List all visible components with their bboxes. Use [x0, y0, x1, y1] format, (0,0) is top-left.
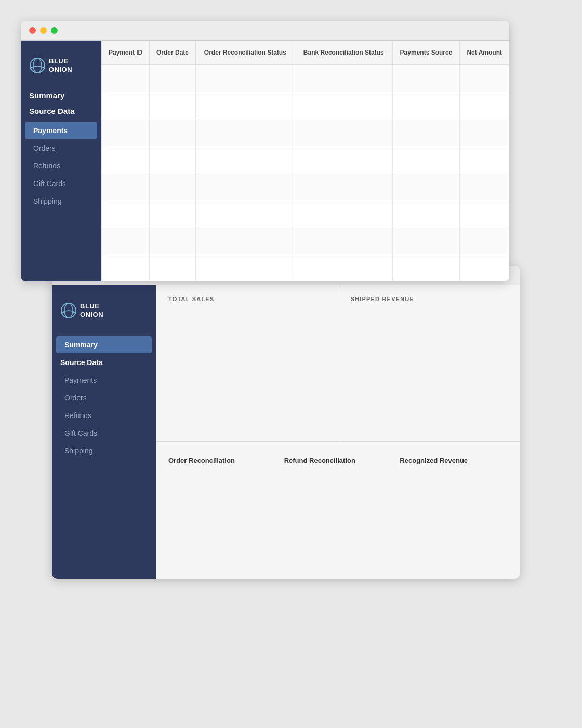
col-payments-source[interactable]: Payments Source: [392, 41, 460, 65]
table-row[interactable]: [102, 64, 509, 92]
order-reconciliation-section: Order Reconciliation: [168, 452, 276, 475]
close-button[interactable]: [29, 27, 36, 34]
summary-main: TOTAL SALES SHIPPED REVENUE Order Reconc…: [156, 285, 520, 579]
maximize-button[interactable]: [51, 27, 58, 34]
sidebar-item-refunds[interactable]: Refunds: [25, 158, 97, 174]
shipped-revenue-panel: SHIPPED REVENUE: [338, 285, 520, 441]
sidebar-item-payments[interactable]: Payments: [25, 122, 97, 139]
col-order-recon[interactable]: Order Reconciliation Status: [195, 41, 295, 65]
summary-window: BLUE ONION Summary Source Data Payments …: [52, 266, 520, 579]
table-row[interactable]: [102, 254, 509, 281]
shipped-revenue-label: SHIPPED REVENUE: [351, 296, 508, 302]
col-net-amount[interactable]: Net Amount: [460, 41, 509, 65]
sidebar-1: BLUE ONION Summary Source Data Payments …: [21, 41, 101, 281]
summary-bottom-sections: Order Reconciliation Refund Reconciliati…: [156, 442, 520, 485]
table-row[interactable]: [102, 173, 509, 200]
refund-reconciliation-section: Refund Reconciliation: [276, 452, 392, 475]
payments-window: BLUE ONION Summary Source Data Payments …: [21, 21, 509, 281]
sidebar-nav-1: Payments Orders Refunds Gift Cards Shipp…: [21, 121, 101, 211]
total-sales-label: TOTAL SALES: [168, 296, 325, 302]
table-row[interactable]: [102, 200, 509, 227]
sidebar-item-payments-2[interactable]: Payments: [56, 372, 152, 388]
minimize-button[interactable]: [40, 27, 47, 34]
recognized-revenue-section: Recognized Revenue: [391, 452, 507, 475]
table-row[interactable]: [102, 146, 509, 173]
titlebar-1: [21, 21, 509, 41]
sidebar-item-refunds-2[interactable]: Refunds: [56, 407, 152, 424]
col-payment-id[interactable]: Payment ID: [102, 41, 150, 65]
order-reconciliation-label: Order Reconciliation: [168, 457, 268, 464]
logo-icon-2: [60, 302, 77, 319]
total-sales-panel: TOTAL SALES: [156, 285, 338, 441]
sidebar-item-summary[interactable]: Summary: [56, 336, 152, 353]
sidebar-item-giftcards[interactable]: Gift Cards: [25, 175, 97, 192]
logo-icon-1: [29, 57, 46, 74]
svg-point-1: [33, 58, 42, 73]
col-bank-recon[interactable]: Bank Reconciliation Status: [295, 41, 392, 65]
sidebar-item-orders-2[interactable]: Orders: [56, 389, 152, 406]
logo-text-2: BLUE ONION: [80, 302, 103, 318]
logo-area-2: BLUE ONION: [52, 294, 156, 331]
refund-reconciliation-label: Refund Reconciliation: [284, 457, 383, 464]
table-row[interactable]: [102, 119, 509, 146]
sidebar-item-orders[interactable]: Orders: [25, 140, 97, 157]
svg-point-3: [64, 303, 73, 318]
sidebar-item-giftcards-2[interactable]: Gift Cards: [56, 425, 152, 441]
sidebar-2: BLUE ONION Summary Source Data Payments …: [52, 285, 156, 579]
recognized-revenue-label: Recognized Revenue: [400, 457, 499, 464]
col-order-date[interactable]: Order Date: [150, 41, 196, 65]
table-row[interactable]: [102, 227, 509, 254]
svg-point-2: [61, 303, 76, 318]
payments-table: Payment ID Order Date Order Reconciliati…: [101, 41, 509, 281]
payments-table-area: Payment ID Order Date Order Reconciliati…: [101, 41, 509, 281]
summary-spacer: [156, 485, 520, 579]
sidebar-sourcedata-bold[interactable]: Source Data: [52, 354, 156, 371]
sidebar-item-shipping[interactable]: Shipping: [25, 193, 97, 210]
logo-text-1: BLUE ONION: [49, 57, 72, 73]
svg-point-0: [30, 58, 45, 73]
summary-top-panels: TOTAL SALES SHIPPED REVENUE: [156, 285, 520, 442]
sidebar-summary-label[interactable]: Summary: [21, 86, 101, 102]
sidebar-nav-2: Summary Source Data Payments Orders Refu…: [52, 335, 156, 460]
logo-area-1: BLUE ONION: [21, 49, 101, 86]
sidebar-item-shipping-2[interactable]: Shipping: [56, 443, 152, 459]
sidebar-sourcedata-label[interactable]: Source Data: [21, 102, 101, 118]
table-row[interactable]: [102, 92, 509, 119]
